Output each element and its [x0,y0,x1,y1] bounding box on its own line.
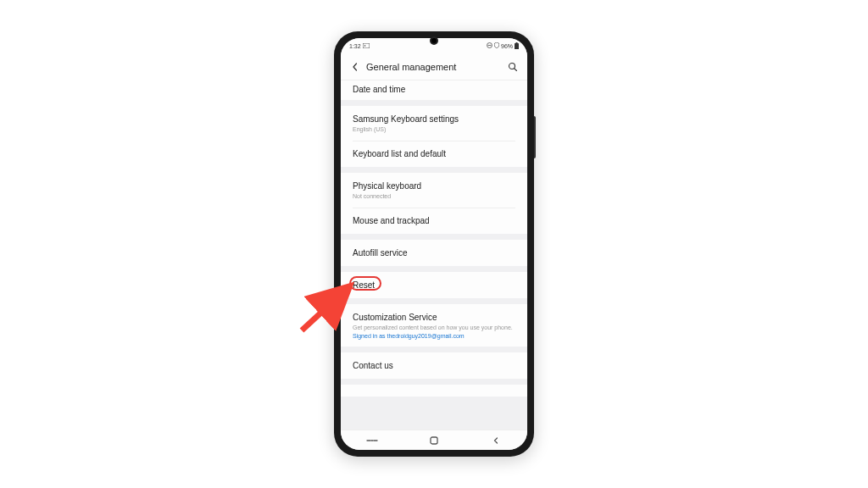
phone-frame: 1:32 96% Genera [334,31,534,457]
recents-button[interactable] [359,435,385,446]
list-item[interactable]: Mouse and trackpad [341,208,527,234]
list-group: Customization ServiceGet personalized co… [341,304,527,347]
list-item[interactable]: Autofill service [341,240,527,266]
content-area[interactable]: Date and timeSamsung Keyboard settingsEn… [341,80,527,430]
list-group [341,385,527,396]
battery-icon [515,42,519,50]
navigation-bar [341,430,527,450]
nav-back-button[interactable] [483,435,509,446]
item-title: Samsung Keyboard settings [353,114,515,125]
item-title: Autofill service [353,247,515,258]
phone-side-button [534,116,536,158]
item-title: Customization Service [353,312,515,323]
status-time: 1:32 [349,43,361,49]
status-left: 1:32 [349,43,370,49]
list-group: Reset [341,272,527,298]
list-item[interactable]: Reset [341,272,527,298]
status-right: 96% [487,42,519,50]
dnd-icon [487,42,492,49]
search-button[interactable] [507,61,519,73]
item-title: Contact us [353,360,515,371]
list-item[interactable]: Physical keyboardNot connected [341,173,527,208]
app-header: General management [341,53,527,80]
list-group: Samsung Keyboard settingsEnglish (US)Key… [341,106,527,167]
item-subtitle: Get personalized content based on how yo… [353,324,515,331]
back-button[interactable] [349,61,361,73]
location-icon [494,42,499,49]
item-subtitle: English (US) [353,125,515,133]
battery-text: 96% [501,43,513,49]
list-item[interactable]: Keyboard list and default [341,141,527,167]
svg-rect-0 [363,43,370,48]
list-item[interactable]: Contact us [341,352,527,379]
list-group: Physical keyboardNot connectedMouse and … [341,173,527,234]
list-item[interactable]: Date and time [341,80,527,100]
phone-screen: 1:32 96% Genera [341,38,527,450]
list-item[interactable]: Customization ServiceGet personalized co… [341,304,527,347]
svg-rect-4 [516,42,518,43]
item-title: Mouse and trackpad [353,215,515,226]
item-subtitle: Not connected [353,192,515,200]
item-title: Reset [353,280,515,291]
list-group: Date and time [341,80,527,100]
svg-rect-11 [431,437,437,444]
item-title: Physical keyboard [353,180,515,191]
item-link[interactable]: Signed in as thedroidguy2019@gmail.com [353,333,515,339]
svg-point-1 [364,45,365,47]
list-group: Contact us [341,352,527,379]
svg-line-7 [515,68,517,70]
svg-rect-5 [515,43,519,49]
list-group: Autofill service [341,240,527,266]
item-title: Keyboard list and default [353,148,515,159]
card-icon [363,43,370,49]
page-title: General management [366,62,507,72]
camera-notch [430,36,438,45]
home-button[interactable] [421,435,447,446]
list-item[interactable]: Samsung Keyboard settingsEnglish (US) [341,106,527,141]
item-title: Date and time [353,84,515,95]
